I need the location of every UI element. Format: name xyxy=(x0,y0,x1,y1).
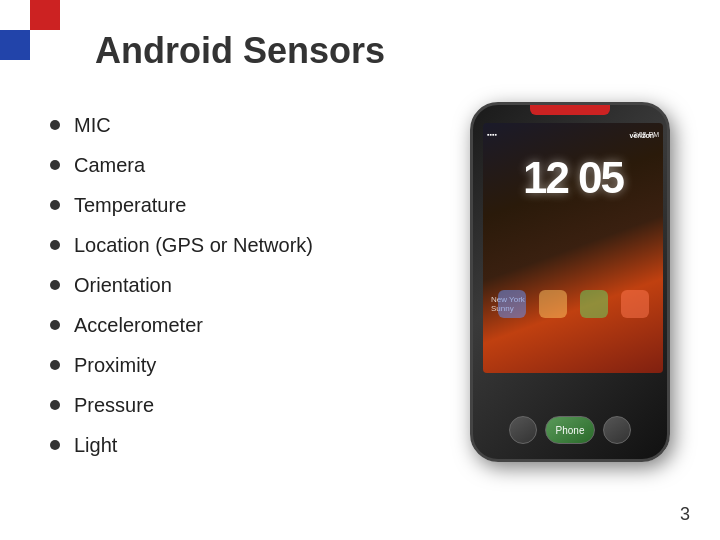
list-item: Camera xyxy=(50,152,430,178)
phone-body: ▪▪▪▪ verizon 2:05 PM 12 05 New YorkSunny xyxy=(470,102,670,462)
list-item: Orientation xyxy=(50,272,430,298)
phone-screen: ▪▪▪▪ verizon 2:05 PM 12 05 New YorkSunny xyxy=(483,123,663,373)
list-item-text: Pressure xyxy=(74,392,154,418)
list-item: Location (GPS or Network) xyxy=(50,232,430,258)
phone-top-accent xyxy=(530,105,610,115)
bullet-dot xyxy=(50,280,60,290)
bullet-dot xyxy=(50,160,60,170)
list-item-text: Accelerometer xyxy=(74,312,203,338)
bullet-dot xyxy=(50,400,60,410)
bullet-list: MIC Camera Temperature Location (GPS or … xyxy=(50,102,430,472)
phone-container: ▪▪▪▪ verizon 2:05 PM 12 05 New YorkSunny xyxy=(450,102,690,472)
list-item: Accelerometer xyxy=(50,312,430,338)
search-button xyxy=(603,416,631,444)
list-item: Light xyxy=(50,432,430,458)
call-label: Phone xyxy=(556,425,585,436)
signal-icon: ▪▪▪▪ xyxy=(487,131,497,138)
list-item-text: Proximity xyxy=(74,352,156,378)
list-item-text: Light xyxy=(74,432,117,458)
call-button: Phone xyxy=(545,416,595,444)
page-number: 3 xyxy=(680,504,690,525)
list-item-text: Orientation xyxy=(74,272,172,298)
bullet-dot xyxy=(50,200,60,210)
app-icon-messages xyxy=(580,290,608,318)
app-icon-people xyxy=(539,290,567,318)
bullet-dot xyxy=(50,440,60,450)
list-item: Proximity xyxy=(50,352,430,378)
bullet-dot xyxy=(50,360,60,370)
app-icon-market xyxy=(498,290,526,318)
carrier-label: verizon xyxy=(629,132,654,139)
list-item: Temperature xyxy=(50,192,430,218)
phone-apps-row xyxy=(491,290,655,318)
slide-title: Android Sensors xyxy=(95,30,690,72)
list-item: MIC xyxy=(50,112,430,138)
phone-nav-buttons: Phone xyxy=(473,416,667,444)
bullet-dot xyxy=(50,320,60,330)
list-item: Pressure xyxy=(50,392,430,418)
list-item-text: Temperature xyxy=(74,192,186,218)
phone-clock: 12 05 xyxy=(523,153,623,203)
list-item-text: MIC xyxy=(74,112,111,138)
phone-status-bar: ▪▪▪▪ verizon 2:05 PM xyxy=(487,127,659,141)
content-area: MIC Camera Temperature Location (GPS or … xyxy=(50,102,690,472)
slide-container: Android Sensors MIC Camera Temperature L… xyxy=(0,0,720,540)
list-item-text: Location (GPS or Network) xyxy=(74,232,313,258)
bullet-dot xyxy=(50,120,60,130)
app-icon-mail xyxy=(621,290,649,318)
bullet-dot xyxy=(50,240,60,250)
clock-display: 12 05 xyxy=(523,153,623,202)
list-item-text: Camera xyxy=(74,152,145,178)
menu-button xyxy=(509,416,537,444)
